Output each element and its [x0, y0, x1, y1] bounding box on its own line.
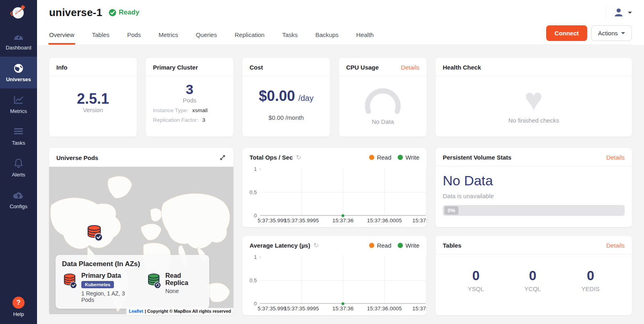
- tab-tasks[interactable]: Tasks: [282, 25, 297, 45]
- sidebar-item-label: Dashboard: [6, 45, 31, 51]
- primary-database-icon: [62, 272, 77, 303]
- ycql-value: 0: [529, 268, 536, 283]
- info-card: Info 2.5.1 Version: [49, 58, 137, 137]
- sidebar-item-label: Help: [13, 311, 24, 317]
- refresh-icon[interactable]: ↻: [314, 242, 319, 249]
- write-data-point: [342, 302, 345, 305]
- x-tick: 15:37:: [412, 306, 427, 312]
- cpu-details-link[interactable]: Details: [401, 64, 419, 71]
- cost-per-day: $0.00: [259, 88, 295, 104]
- replica-database-icon: [146, 272, 161, 303]
- cost-per-month: $0.00 /month: [268, 114, 304, 121]
- legend-read-label: Read: [377, 154, 391, 161]
- sidebar-item-universes[interactable]: Universes: [0, 57, 37, 88]
- connect-button[interactable]: Connect: [546, 25, 587, 41]
- chart-title: Average Latency (µs): [250, 242, 310, 249]
- instance-type-label: Instance Type:: [153, 107, 188, 113]
- tab-backups[interactable]: Backups: [316, 25, 339, 45]
- world-map[interactable]: Data Placement (In AZs): [49, 167, 233, 314]
- read-replica-desc: None: [165, 288, 203, 294]
- volume-no-data: No Data: [443, 173, 625, 189]
- sidebar-item-configs[interactable]: Configs: [0, 184, 37, 215]
- kubernetes-badge: Kubernetes: [81, 281, 114, 288]
- x-tick: 5:37:35.999: [258, 306, 286, 312]
- heart-icon: ♥: [524, 85, 543, 113]
- expand-icon[interactable]: [219, 154, 226, 161]
- yugabyte-logo[interactable]: [0, 0, 37, 25]
- volume-progress-bar: 0%: [443, 205, 625, 216]
- sidebar-item-help[interactable]: ? Help: [0, 293, 37, 321]
- gauge-arc-icon: [363, 86, 403, 117]
- legend-read: Read: [369, 154, 391, 161]
- ycql-label: YCQL: [524, 285, 541, 292]
- write-dot-icon: [398, 243, 403, 248]
- replication-factor-value: 3: [202, 117, 206, 123]
- caret-down-icon: [621, 32, 625, 34]
- tab-replication[interactable]: Replication: [235, 25, 264, 45]
- globe-icon: [12, 63, 25, 74]
- read-replica-label: Read Replica: [165, 272, 203, 287]
- x-tick: 15:37:36.0005: [367, 306, 402, 312]
- chart-legend: Read Write: [369, 154, 419, 161]
- planet-rocket-icon: [10, 4, 27, 21]
- attribution-text: | Copyright © MapBox All rights reserved: [145, 309, 231, 314]
- actions-button[interactable]: Actions: [591, 25, 632, 41]
- avg-latency-chart-card: Average Latency (µs) ↻ Read Write: [242, 236, 427, 315]
- data-placement-panel: Data Placement (In AZs): [56, 255, 209, 309]
- legend-write: Write: [398, 154, 419, 161]
- topbar: universe-1 Ready: [37, 0, 644, 45]
- avg-latency-plot: 1 0.5 0 5:37:35.999 15:37:35.9995 15:37:…: [260, 256, 426, 304]
- card-title: Persistent Volume Stats: [443, 154, 512, 161]
- bell-icon: [12, 158, 25, 169]
- x-tick: 15:37:36: [332, 217, 354, 224]
- tab-pods[interactable]: Pods: [127, 25, 141, 45]
- legend-write-label: Write: [405, 154, 419, 161]
- read-dot-icon: [369, 155, 374, 160]
- pod-marker-database-icon[interactable]: [85, 224, 103, 242]
- yedis-value: 0: [587, 268, 594, 283]
- volume-progress-value: 0%: [444, 206, 458, 215]
- caret-down-icon: [628, 12, 632, 14]
- check-circle-icon: [109, 9, 116, 16]
- sidebar-item-tasks[interactable]: Tasks: [0, 120, 37, 152]
- cloud-upload-icon: [12, 190, 25, 201]
- primary-data-label: Primary Data: [81, 272, 136, 279]
- tables-card: Tables Details 0 YSQL 0 YCQL 0: [436, 236, 632, 315]
- sidebar-item-label: Configs: [10, 203, 27, 209]
- chart-legend: Read Write: [369, 242, 419, 249]
- yedis-label: YEDIS: [582, 285, 600, 292]
- volume-details-link[interactable]: Details: [606, 154, 625, 161]
- sidebar-item-alerts[interactable]: Alerts: [0, 152, 37, 184]
- persistent-volume-card: Persistent Volume Stats Details No Data …: [436, 148, 632, 227]
- gauge-icon: [12, 31, 25, 42]
- x-tick: 5:37:35.999: [258, 217, 286, 224]
- map-attribution: Leaflet | Copyright © MapBox All rights …: [126, 308, 233, 314]
- tab-overview[interactable]: Overview: [49, 25, 74, 45]
- x-tick: 15:37:36: [332, 306, 354, 312]
- x-tick: 15:37:35.9995: [284, 306, 319, 312]
- status-text: Ready: [119, 8, 139, 16]
- leaflet-link[interactable]: Leaflet: [129, 309, 143, 314]
- user-menu[interactable]: [606, 6, 632, 19]
- version-label: Version: [83, 107, 103, 113]
- pods-count: 3: [153, 82, 226, 97]
- write-dot-icon: [398, 155, 403, 160]
- tab-bar: Overview Tables Pods Metrics Queries Rep…: [49, 25, 374, 45]
- health-empty-text: No finished checks: [508, 117, 559, 124]
- tab-metrics[interactable]: Metrics: [159, 25, 178, 45]
- version-value: 2.5.1: [77, 91, 109, 107]
- tab-health[interactable]: Health: [356, 25, 374, 45]
- x-tick: 15:37:35.9995: [284, 217, 319, 224]
- sidebar-item-label: Tasks: [12, 140, 25, 146]
- refresh-icon[interactable]: ↻: [296, 154, 301, 161]
- universe-pods-card: Universe Pods: [49, 148, 233, 315]
- tab-tables[interactable]: Tables: [92, 25, 109, 45]
- data-placement-title: Data Placement (In AZs): [62, 260, 203, 268]
- tab-queries[interactable]: Queries: [196, 25, 217, 45]
- sidebar-item-dashboard[interactable]: Dashboard: [0, 25, 37, 57]
- chart-title: Total Ops / Sec: [250, 154, 293, 161]
- sidebar-item-metrics[interactable]: Metrics: [0, 88, 37, 120]
- volume-sub-text: Data is unavailable: [443, 193, 625, 199]
- x-tick: 15:37:: [412, 217, 427, 224]
- tables-details-link[interactable]: Details: [606, 242, 625, 249]
